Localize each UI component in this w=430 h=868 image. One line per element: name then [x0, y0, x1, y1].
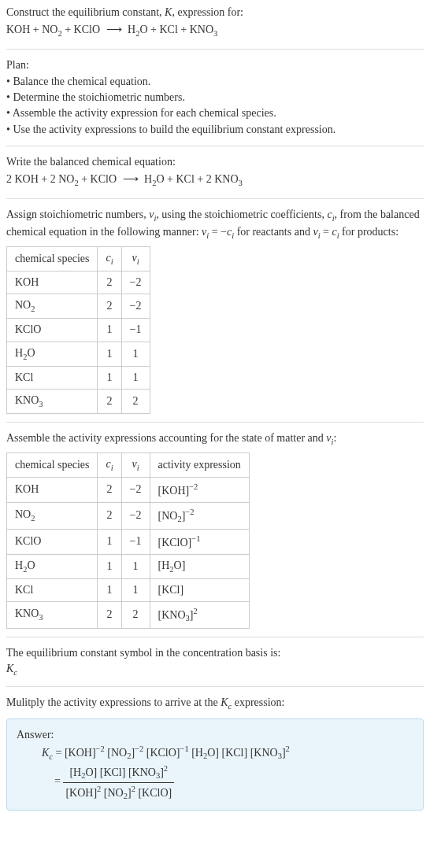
answer-label: Answer: — [17, 727, 413, 743]
table-row: KClO1−1 — [7, 319, 150, 342]
cell-vi: −2 — [121, 503, 150, 530]
plan-section: Plan: • Balance the chemical equation. •… — [6, 49, 424, 145]
assign-heading: Assign stoichiometric numbers, νi, using… — [6, 207, 424, 242]
symbol-text: The equilibrium constant symbol in the c… — [6, 645, 424, 661]
cell-vi: 2 — [121, 390, 150, 414]
cell-species: H2O — [7, 554, 98, 578]
cell-ci: 2 — [98, 602, 121, 629]
col-vi: νi — [121, 453, 150, 478]
fraction-denominator: [KOH]2 [NO2]2 [KClO] — [63, 783, 174, 803]
table-row: KOH2−2 — [7, 271, 150, 294]
col-species: chemical species — [7, 453, 98, 478]
cell-activity: [KNO3]2 — [150, 602, 249, 629]
cell-activity: [KOH]−2 — [150, 478, 249, 503]
cell-activity: [NO2]−2 — [150, 503, 249, 530]
cell-species: NO2 — [7, 503, 98, 530]
table-header-row: chemical species ci νi activity expressi… — [7, 453, 250, 478]
balanced-heading: Write the balanced chemical equation: — [6, 154, 424, 170]
cell-ci: 2 — [98, 390, 121, 414]
cell-species: KNO3 — [7, 390, 98, 414]
plan-item: • Assemble the activity expression for e… — [6, 105, 424, 121]
unbalanced-reaction: KOH + NO2 + KClO ⟶ H2O + KCl + KNO3 — [6, 22, 424, 39]
symbol-section: The equilibrium constant symbol in the c… — [6, 637, 424, 686]
table-row: NO22−2 — [7, 294, 150, 319]
plan-item: • Balance the chemical equation. — [6, 74, 424, 90]
cell-vi: 1 — [121, 366, 150, 389]
fraction: [H2O] [KCl] [KNO3]2 [KOH]2 [NO2]2 [KClO] — [63, 763, 174, 802]
cell-vi: 1 — [121, 342, 150, 366]
cell-species: KCl — [7, 366, 98, 389]
table-row: KCl11 — [7, 366, 150, 389]
stoich-table: chemical species ci νi KOH2−2 NO22−2 KCl… — [6, 246, 150, 414]
cell-ci: 2 — [98, 503, 121, 530]
cell-vi: 1 — [121, 578, 150, 601]
cell-ci: 2 — [98, 478, 121, 503]
cell-species: KOH — [7, 478, 98, 503]
table-row: H2O11[H2O] — [7, 554, 250, 578]
cell-species: KOH — [7, 271, 98, 294]
col-activity: activity expression — [150, 453, 249, 478]
activity-heading: Assemble the activity expressions accoun… — [6, 430, 424, 448]
cell-species: H2O — [7, 342, 98, 366]
cell-ci: 2 — [98, 294, 121, 319]
cell-activity: [KClO]−1 — [150, 529, 249, 554]
table-header-row: chemical species ci νi — [7, 247, 150, 271]
plan-heading: Plan: — [6, 57, 424, 73]
cell-vi: −1 — [121, 529, 150, 554]
cell-vi: −2 — [121, 294, 150, 319]
multiply-heading: Mulitply the activity expressions to arr… — [6, 695, 424, 712]
multiply-section: Mulitply the activity expressions to arr… — [6, 686, 424, 818]
symbol-kc: Kc — [6, 661, 424, 678]
cell-species: KNO3 — [7, 602, 98, 629]
balanced-section: Write the balanced chemical equation: 2 … — [6, 146, 424, 198]
table-row: H2O11 — [7, 342, 150, 366]
col-ci: ci — [98, 247, 121, 271]
cell-ci: 2 — [98, 271, 121, 294]
cell-vi: −1 — [121, 319, 150, 342]
intro-section: Construct the equilibrium constant, K, e… — [6, 5, 424, 49]
cell-activity: [KCl] — [150, 578, 249, 601]
intro-line1: Construct the equilibrium constant, K, e… — [6, 5, 424, 20]
cell-ci: 1 — [98, 342, 121, 366]
cell-species: KCl — [7, 578, 98, 601]
answer-box: Answer: Kc = [KOH]−2 [NO2]−2 [KClO]−1 [H… — [6, 718, 424, 811]
table-row: KNO322[KNO3]2 — [7, 602, 250, 629]
activity-table: chemical species ci νi activity expressi… — [6, 452, 250, 629]
cell-vi: −2 — [121, 478, 150, 503]
answer-fraction: = [H2O] [KCl] [KNO3]2 [KOH]2 [NO2]2 [KCl… — [54, 763, 413, 802]
activity-section: Assemble the activity expressions accoun… — [6, 422, 424, 637]
cell-ci: 1 — [98, 578, 121, 601]
cell-ci: 1 — [98, 529, 121, 554]
plan-item: • Determine the stoichiometric numbers. — [6, 90, 424, 105]
table-row: KCl11[KCl] — [7, 578, 250, 601]
table-row: KNO322 — [7, 390, 150, 414]
cell-vi: 1 — [121, 554, 150, 578]
cell-ci: 1 — [98, 554, 121, 578]
cell-species: NO2 — [7, 294, 98, 319]
cell-ci: 1 — [98, 319, 121, 342]
answer-expression: Kc = [KOH]−2 [NO2]−2 [KClO]−1 [H2O] [KCl… — [42, 743, 413, 763]
cell-species: KClO — [7, 529, 98, 554]
col-ci: ci — [98, 453, 121, 478]
cell-ci: 1 — [98, 366, 121, 389]
col-species: chemical species — [7, 247, 98, 271]
cell-vi: 2 — [121, 602, 150, 629]
col-vi: νi — [121, 247, 150, 271]
table-row: KClO1−1[KClO]−1 — [7, 529, 250, 554]
plan-item: • Use the activity expressions to build … — [6, 122, 424, 138]
cell-species: KClO — [7, 319, 98, 342]
cell-activity: [H2O] — [150, 554, 249, 578]
table-row: KOH2−2[KOH]−2 — [7, 478, 250, 503]
table-row: NO22−2[NO2]−2 — [7, 503, 250, 530]
balanced-reaction: 2 KOH + 2 NO2 + KClO ⟶ H2O + KCl + 2 KNO… — [6, 172, 424, 189]
assign-section: Assign stoichiometric numbers, νi, using… — [6, 198, 424, 422]
fraction-numerator: [H2O] [KCl] [KNO3]2 — [63, 763, 174, 783]
cell-vi: −2 — [121, 271, 150, 294]
